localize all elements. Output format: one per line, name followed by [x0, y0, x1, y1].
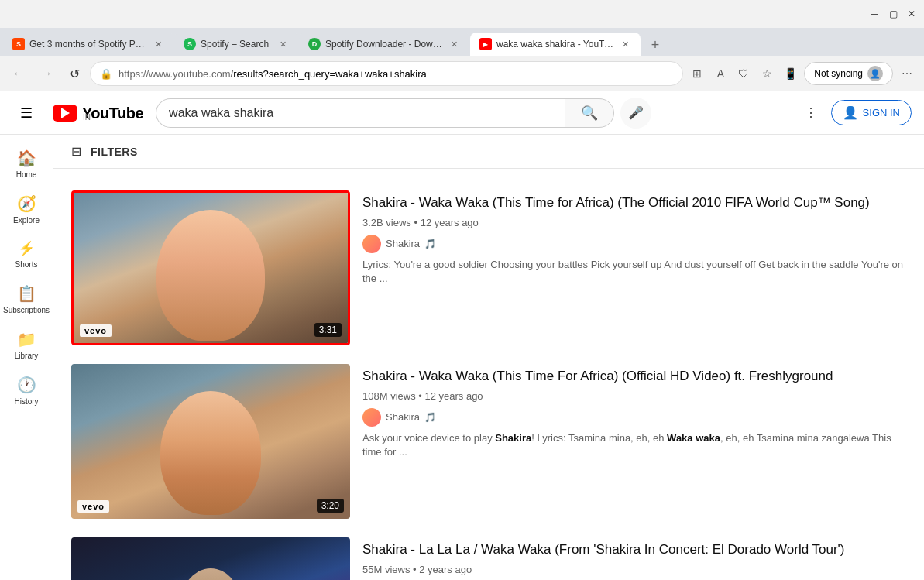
result-dot-3: • — [413, 564, 419, 575]
address-path: results?search_query=waka+waka+shakira — [233, 68, 427, 80]
vevo-logo-1: vevo — [80, 324, 112, 337]
maximize-button[interactable]: ▢ — [887, 8, 899, 20]
tab3-close-button[interactable]: ✕ — [448, 38, 460, 50]
search-input[interactable]: waka waka shakira — [156, 98, 565, 128]
sidebar: 🏠 Home 🧭 Explore ⚡ Shorts 📋 Subscription… — [0, 135, 53, 580]
microphone-icon: 🎤 — [628, 105, 644, 120]
tab4-close-button[interactable]: ✕ — [619, 38, 631, 50]
subscriptions-icon: 📋 — [17, 284, 36, 303]
window-controls: ─ ▢ ✕ — [868, 8, 918, 20]
sidebar-item-explore[interactable]: 🧭 Explore — [0, 187, 53, 232]
shield-icon-btn[interactable]: 🛡 — [733, 63, 754, 84]
header-actions: ⋮ 👤 SIGN IN — [797, 99, 912, 127]
menu-button[interactable]: ☰ — [12, 99, 40, 127]
thumbnail-face-1 — [74, 193, 348, 343]
tab1-favicon: S — [12, 38, 25, 50]
channel-name-1[interactable]: Shakira — [386, 238, 420, 249]
youtube-page: ☰ YouTube IN waka waka shakira 🔍 🎤 — [0, 91, 924, 580]
highlight-shakira: Shakira — [495, 432, 531, 444]
translate-icon-btn[interactable]: A — [709, 63, 731, 84]
profile-avatar-icon: 👤 — [867, 66, 883, 81]
result-meta-1: 3.2B views • 12 years ago — [362, 217, 905, 228]
title-bar: ─ ▢ ✕ — [0, 0, 924, 28]
channel-name-2[interactable]: Shakira — [386, 411, 420, 423]
minimize-button[interactable]: ─ — [868, 8, 881, 20]
favorites-icon-btn[interactable]: ☆ — [756, 63, 778, 84]
result-item-1: vevo 3:31 Shakira - Waka Waka (This Time… — [71, 181, 905, 355]
toolbar-actions: ⊞ A 🛡 ☆ 📱 — [686, 63, 801, 84]
browser-chrome: ─ ▢ ✕ S Get 3 months of Spotify Premiu..… — [0, 0, 924, 580]
filters-label[interactable]: FILTERS — [91, 146, 138, 158]
filters-bar: ⊟ FILTERS — [53, 135, 924, 169]
devices-icon-btn[interactable]: 📱 — [779, 63, 801, 84]
youtube-country: IN — [83, 113, 143, 122]
main-content: ⊟ FILTERS vevo — [53, 135, 924, 580]
sidebar-item-shorts[interactable]: ⚡ Shorts — [0, 232, 53, 276]
grid-icon-btn[interactable]: ⊞ — [686, 63, 708, 84]
result-info-3: Shakira - La La La / Waka Waka (From 'Sh… — [362, 537, 905, 580]
tab4-title: waka waka shakira - YouTube — [496, 39, 614, 50]
tab1-close-button[interactable]: ✕ — [152, 38, 164, 50]
tab4-favicon: ▶ — [479, 38, 492, 50]
thumbnail-2[interactable]: vevo 3:20 — [71, 364, 350, 519]
result-title-2[interactable]: Shakira - Waka Waka (This Time For Afric… — [362, 367, 905, 386]
address-input-wrap[interactable]: 🔒 https://www.youtube.com/results?search… — [90, 61, 683, 86]
result-age-1: 12 years ago — [421, 217, 479, 228]
more-options-button[interactable]: ⋯ — [896, 63, 918, 84]
tab-spotify-downloader[interactable]: D Spotify Downloader - Downloa... ✕ — [299, 33, 469, 56]
thumbnail-img-2 — [71, 364, 350, 519]
sidebar-item-home[interactable]: 🏠 Home — [0, 141, 53, 187]
library-icon: 📁 — [17, 330, 36, 348]
sidebar-item-subscriptions[interactable]: 📋 Subscriptions — [0, 276, 53, 322]
result-desc-2: Ask your voice device to play Shakira! L… — [362, 431, 905, 459]
new-tab-button[interactable]: + — [644, 34, 666, 56]
forward-button[interactable]: → — [34, 61, 59, 86]
search-icon: 🔍 — [581, 105, 598, 122]
youtube-logo[interactable]: YouTube IN — [53, 105, 143, 122]
result-title-3[interactable]: Shakira - La La La / Waka Waka (From 'Sh… — [362, 541, 905, 559]
search-button[interactable]: 🔍 — [565, 98, 614, 128]
address-base: https://www.youtube.com/ — [119, 68, 233, 80]
tab2-title: Spotify – Search — [201, 39, 272, 50]
tab2-favicon: S — [184, 38, 196, 50]
history-icon: 🕐 — [17, 376, 36, 394]
channel-verified-2: 🎵 — [424, 412, 436, 423]
result-views-2: 108M views — [362, 390, 416, 402]
sidebar-item-history[interactable]: 🕐 History — [0, 368, 53, 414]
more-options-yt-button[interactable]: ⋮ — [797, 99, 825, 127]
sidebar-item-library[interactable]: 📁 Library — [0, 322, 53, 368]
result-title-1[interactable]: Shakira - Waka Waka (This Time for Afric… — [362, 194, 905, 212]
not-syncing-button[interactable]: Not syncing 👤 — [804, 62, 893, 85]
youtube-logo-icon — [53, 105, 77, 122]
thumbnail-3[interactable] — [71, 537, 350, 580]
tab-spotify-search[interactable]: S Spotify – Search ✕ — [174, 33, 298, 56]
voice-search-button[interactable]: 🎤 — [620, 98, 651, 129]
home-icon: 🏠 — [17, 149, 36, 167]
yt-body: 🏠 Home 🧭 Explore ⚡ Shorts 📋 Subscription… — [0, 135, 924, 580]
thumbnail-1[interactable]: vevo 3:31 — [71, 190, 350, 345]
person-icon: 👤 — [843, 105, 858, 120]
result-channel-1: Shakira 🎵 — [362, 235, 905, 253]
explore-icon: 🧭 — [17, 194, 36, 213]
result-meta-2: 108M views • 12 years ago — [362, 390, 905, 402]
highlight-waka: Waka waka — [667, 432, 720, 444]
tab3-title: Spotify Downloader - Downloa... — [325, 39, 443, 50]
filter-icon: ⊟ — [71, 144, 81, 159]
results-list: vevo 3:31 Shakira - Waka Waka (This Time… — [53, 169, 924, 580]
face-shape-2 — [160, 391, 261, 515]
back-button[interactable]: ← — [6, 61, 31, 86]
result-views-1: 3.2B views — [362, 217, 411, 228]
performer-silhouette — [180, 568, 242, 580]
result-age-3: 2 years ago — [419, 564, 472, 575]
sidebar-history-label: History — [14, 397, 38, 406]
reload-button[interactable]: ↺ — [62, 61, 87, 86]
sidebar-subscriptions-label: Subscriptions — [3, 306, 50, 314]
sign-in-button[interactable]: 👤 SIGN IN — [831, 100, 912, 125]
close-button[interactable]: ✕ — [905, 8, 918, 20]
tab-spotify-premium[interactable]: S Get 3 months of Spotify Premiu... ✕ — [3, 33, 173, 56]
tab-youtube-active[interactable]: ▶ waka waka shakira - YouTube ✕ — [470, 33, 641, 56]
tab2-close-button[interactable]: ✕ — [277, 38, 289, 50]
result-info-2: Shakira - Waka Waka (This Time For Afric… — [362, 364, 905, 519]
address-bar: ← → ↺ 🔒 https://www.youtube.com/results?… — [0, 56, 924, 91]
tab1-title: Get 3 months of Spotify Premiu... — [29, 39, 147, 50]
